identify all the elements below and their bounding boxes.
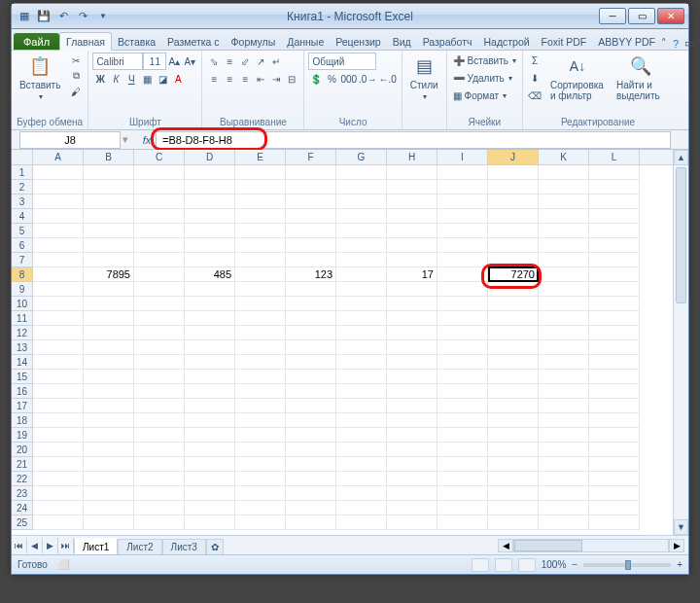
cell[interactable]	[33, 443, 84, 457]
cell[interactable]	[134, 486, 185, 501]
cell[interactable]	[84, 501, 134, 515]
cell[interactable]	[185, 282, 235, 297]
cell[interactable]	[387, 457, 438, 472]
cell[interactable]	[336, 370, 387, 384]
scroll-down-icon[interactable]: ▼	[674, 519, 688, 535]
cell[interactable]	[589, 340, 640, 355]
cell[interactable]	[286, 340, 336, 355]
cell[interactable]	[33, 399, 84, 413]
cell[interactable]	[488, 457, 539, 472]
cell[interactable]	[589, 457, 640, 472]
scroll-right-icon[interactable]: ▶	[669, 539, 684, 552]
cell[interactable]	[235, 443, 286, 457]
cell[interactable]	[235, 515, 286, 530]
cell[interactable]	[438, 457, 488, 472]
cell[interactable]	[33, 340, 84, 355]
cell[interactable]	[539, 384, 589, 399]
font-color-icon[interactable]: A	[170, 71, 186, 87]
tab-developer[interactable]: Разработч	[417, 33, 478, 50]
cell[interactable]	[235, 384, 286, 399]
cell[interactable]	[336, 501, 387, 515]
sheet-tab-3[interactable]: Лист3	[162, 539, 206, 554]
cell[interactable]	[539, 413, 589, 428]
cell[interactable]	[387, 501, 438, 515]
cell[interactable]	[84, 165, 134, 180]
column-header[interactable]: D	[185, 150, 235, 164]
cell[interactable]	[387, 384, 438, 399]
zoom-knob[interactable]	[625, 560, 631, 570]
cell[interactable]	[589, 297, 640, 311]
cell[interactable]	[539, 209, 589, 224]
cell[interactable]	[438, 399, 488, 413]
cell[interactable]	[33, 165, 84, 180]
cell[interactable]	[185, 501, 235, 515]
cell[interactable]	[336, 209, 387, 224]
cell[interactable]	[286, 238, 336, 253]
cell[interactable]	[438, 355, 488, 370]
cell[interactable]	[589, 224, 640, 238]
cell[interactable]	[84, 209, 134, 224]
cell[interactable]	[488, 165, 539, 180]
row-header[interactable]: 10	[12, 297, 32, 311]
cell[interactable]	[185, 238, 235, 253]
cell[interactable]	[235, 428, 286, 443]
percent-icon[interactable]: %	[324, 71, 339, 87]
tab-view[interactable]: Вид	[387, 33, 417, 50]
cell[interactable]	[286, 224, 336, 238]
cell[interactable]	[84, 472, 134, 486]
zoom-out-icon[interactable]: −	[572, 559, 578, 570]
cell[interactable]	[387, 253, 438, 267]
cell[interactable]	[185, 253, 235, 267]
cell[interactable]	[488, 282, 539, 297]
cell[interactable]	[235, 180, 286, 195]
align-top-icon[interactable]: ⬂	[206, 53, 222, 69]
cell[interactable]	[589, 238, 640, 253]
cell[interactable]	[539, 224, 589, 238]
cell[interactable]	[134, 165, 185, 180]
cell[interactable]	[286, 443, 336, 457]
cell[interactable]	[387, 195, 438, 209]
cell[interactable]	[134, 238, 185, 253]
column-header[interactable]: C	[134, 150, 185, 164]
insert-cells-button[interactable]: ➕Вставить▾	[451, 53, 518, 68]
cell[interactable]	[33, 457, 84, 472]
cell[interactable]	[438, 297, 488, 311]
cell[interactable]	[539, 355, 589, 370]
cell[interactable]	[438, 282, 488, 297]
cell[interactable]	[336, 253, 387, 267]
view-normal-icon[interactable]	[472, 558, 489, 572]
align-left-icon[interactable]: ≡	[206, 71, 222, 87]
cell[interactable]	[387, 165, 438, 180]
cell[interactable]	[33, 515, 84, 530]
cell[interactable]	[438, 413, 488, 428]
format-cells-button[interactable]: ▦Формат▾	[451, 88, 518, 103]
cell[interactable]	[235, 282, 286, 297]
cell[interactable]	[84, 399, 134, 413]
cell[interactable]	[235, 238, 286, 253]
cell[interactable]	[185, 399, 235, 413]
cell[interactable]	[438, 311, 488, 326]
cell[interactable]	[589, 253, 640, 267]
cell[interactable]	[387, 399, 438, 413]
format-painter-icon[interactable]: 🖌	[68, 84, 84, 99]
column-header[interactable]: B	[84, 150, 134, 164]
cell[interactable]	[134, 413, 185, 428]
cell[interactable]: 7895	[84, 267, 134, 282]
view-pagebreak-icon[interactable]	[518, 558, 536, 572]
row-header[interactable]: 23	[12, 486, 32, 501]
cell[interactable]	[185, 165, 235, 180]
cell[interactable]	[134, 311, 185, 326]
cell[interactable]	[438, 443, 488, 457]
cell[interactable]	[286, 253, 336, 267]
scroll-up-icon[interactable]: ▲	[674, 150, 688, 165]
cell[interactable]	[438, 195, 488, 209]
cell[interactable]	[286, 486, 336, 501]
cell[interactable]	[387, 370, 438, 384]
cell[interactable]	[336, 282, 387, 297]
cell[interactable]	[84, 486, 134, 501]
grow-font-icon[interactable]: A▴	[166, 53, 182, 69]
cell[interactable]	[185, 370, 235, 384]
styles-button[interactable]: ▤ Стили ▾	[406, 53, 442, 103]
row-header[interactable]: 25	[12, 515, 32, 530]
cell[interactable]	[134, 209, 185, 224]
